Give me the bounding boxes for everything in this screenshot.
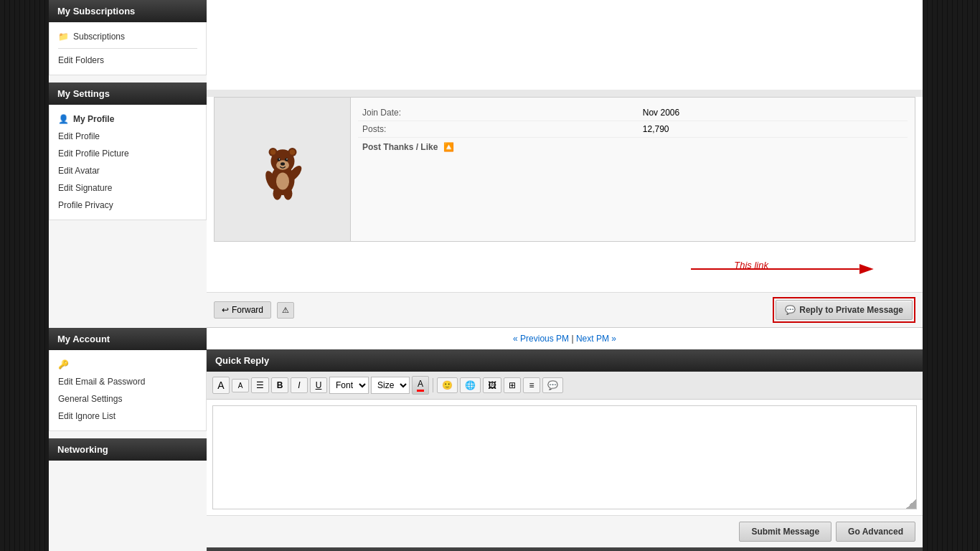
submit-message-button[interactable]: Submit Message — [739, 522, 831, 542]
toolbar-format-btn[interactable]: ☰ — [251, 377, 269, 393]
svg-point-16 — [276, 173, 289, 190]
svg-point-9 — [278, 159, 280, 160]
delete-section-header: Delete this Message — [207, 547, 923, 551]
post-meta-table: Join Date: Nov 2006 Posts: 12,790 Post T… — [358, 105, 908, 155]
my-settings-header: My Settings — [49, 83, 207, 105]
toolbar-list-button[interactable]: ≡ — [523, 377, 540, 393]
toolbar-font-size-decrease[interactable]: A — [232, 379, 249, 392]
sidebar-divider — [58, 48, 197, 49]
svg-point-11 — [281, 162, 285, 166]
sidebar-item-my-account[interactable]: 🔑 — [50, 356, 206, 373]
subscriptions-section: 📁 Subscriptions Edit Folders — [49, 22, 207, 75]
resize-handle[interactable] — [906, 499, 916, 509]
sidebar-item-profile-privacy[interactable]: Profile Privacy — [50, 197, 206, 214]
sidebar-item-subscriptions[interactable]: 📁 Subscriptions — [50, 28, 206, 45]
toolbar-quote-button[interactable]: 💬 — [542, 377, 563, 393]
avatar-area — [215, 98, 351, 241]
post-thanks-row: Post Thanks / Like 🔼 — [358, 138, 908, 156]
toolbar-font-size-increase[interactable]: A — [212, 377, 230, 394]
navigation-row: « Previous PM | Next PM » — [207, 328, 923, 349]
sidebar-item-edit-avatar[interactable]: Edit Avatar — [50, 162, 206, 179]
svg-point-4 — [270, 149, 275, 155]
svg-point-7 — [277, 158, 281, 161]
svg-point-5 — [289, 149, 295, 155]
sidebar-item-edit-ignore[interactable]: Edit Ignore List — [50, 408, 206, 425]
prev-pm-link[interactable]: « Previous PM — [513, 334, 569, 344]
posts-label: Posts: — [358, 121, 639, 138]
sidebar-item-edit-email[interactable]: Edit Email & Password — [50, 373, 206, 390]
toolbar-bold-button[interactable]: B — [271, 377, 288, 393]
annotation-arrow — [214, 249, 915, 292]
sidebar-item-general-settings[interactable]: General Settings — [50, 390, 206, 408]
reply-pm-wrapper: 💬 Reply to Private Message — [773, 297, 915, 323]
top-white-area — [207, 0, 923, 90]
my-subscriptions-header: My Subscriptions — [49, 0, 207, 22]
main-content: Join Date: Nov 2006 Posts: 12,790 Post T… — [207, 0, 923, 551]
join-date-value: Nov 2006 — [639, 105, 908, 121]
sidebar-item-my-profile[interactable]: 👤 My Profile — [50, 110, 206, 128]
annotation-area: This link — [214, 249, 915, 292]
toolbar-font-select[interactable]: Font — [329, 377, 369, 394]
sidebar-item-edit-signature[interactable]: Edit Signature — [50, 179, 206, 197]
sidebar-item-edit-profile-picture[interactable]: Edit Profile Picture — [50, 145, 206, 162]
settings-section: 👤 My Profile Edit Profile Edit Profile P… — [49, 105, 207, 220]
left-strip — [0, 0, 49, 551]
svg-point-10 — [286, 159, 288, 160]
my-account-header: My Account — [49, 328, 207, 350]
report-icon: ⚠ — [282, 306, 289, 314]
svg-point-8 — [285, 158, 288, 161]
post-thanks-label[interactable]: Post Thanks / Like 🔼 — [358, 138, 908, 156]
toolbar-color-button[interactable]: A — [412, 376, 429, 395]
editor-toolbar: A A ☰ B I U Font Size A 🙂 🌐 🖼 ⊞ ≡ 💬 — [207, 372, 923, 400]
editor-wrapper — [212, 405, 917, 509]
posts-value: 12,790 — [639, 121, 908, 138]
forward-button[interactable]: ↩ Forward — [214, 301, 271, 319]
reply-icon: 💬 — [785, 305, 796, 315]
post-meta: Join Date: Nov 2006 Posts: 12,790 Post T… — [351, 98, 915, 241]
toolbar-img-button[interactable]: 🖼 — [483, 377, 501, 393]
toolbar-link-button[interactable]: 🌐 — [460, 377, 481, 393]
right-strip — [923, 0, 980, 551]
sidebar-item-edit-folders[interactable]: Edit Folders — [50, 52, 206, 69]
next-pm-link[interactable]: Next PM » — [576, 334, 616, 344]
post-thanks-icon[interactable]: 🔼 — [443, 142, 454, 152]
toolbar-size-select[interactable]: Size — [371, 377, 410, 394]
join-date-label: Join Date: — [358, 105, 639, 121]
person-icon: 👤 — [58, 114, 69, 124]
sidebar-item-edit-profile[interactable]: Edit Profile — [50, 128, 206, 145]
toolbar-underline-button[interactable]: U — [310, 377, 327, 393]
posts-row: Posts: 12,790 — [358, 121, 908, 138]
sidebar-spacer — [49, 227, 207, 328]
forward-icon: ↩ — [222, 305, 229, 315]
post-container: Join Date: Nov 2006 Posts: 12,790 Post T… — [207, 97, 923, 328]
quick-reply-header: Quick Reply — [207, 349, 923, 372]
account-icon: 🔑 — [58, 359, 69, 369]
folder-icon: 📁 — [58, 32, 69, 42]
toolbar-table-button[interactable]: ⊞ — [504, 377, 521, 393]
quick-reply-container: Quick Reply A A ☰ B I U Font Size A 🙂 🌐 … — [207, 349, 923, 547]
toolbar-smiley-button[interactable]: 🙂 — [437, 377, 458, 393]
action-left: ↩ Forward ⚠ — [214, 301, 294, 319]
go-advanced-button[interactable]: Go Advanced — [836, 522, 915, 542]
report-button[interactable]: ⚠ — [277, 302, 294, 319]
sidebar: My Subscriptions 📁 Subscriptions Edit Fo… — [49, 0, 207, 551]
reply-pm-button[interactable]: 💬 Reply to Private Message — [776, 300, 913, 320]
networking-header: Networking — [49, 438, 207, 461]
action-bar: ↩ Forward ⚠ 💬 Reply to Private Message — [207, 292, 923, 327]
toolbar-italic-button[interactable]: I — [291, 377, 308, 393]
submit-row: Submit Message Go Advanced — [207, 515, 923, 547]
post-info-panel: Join Date: Nov 2006 Posts: 12,790 Post T… — [214, 97, 915, 242]
toolbar-sep-1 — [433, 378, 433, 392]
account-section: 🔑 Edit Email & Password General Settings… — [49, 350, 207, 431]
join-date-row: Join Date: Nov 2006 — [358, 105, 908, 121]
bear-avatar — [250, 137, 315, 202]
reply-editor[interactable] — [213, 406, 916, 507]
